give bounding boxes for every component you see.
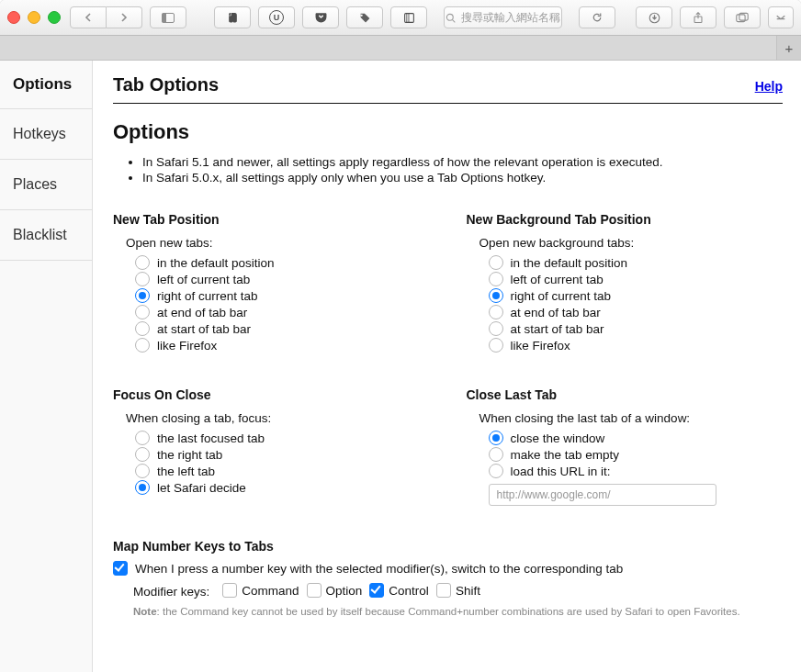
evernote-ext-button[interactable] <box>214 6 251 28</box>
radio-option[interactable]: at end of tab bar <box>135 305 430 319</box>
radio-indicator <box>489 464 503 478</box>
svg-point-3 <box>446 14 453 20</box>
modifier-option[interactable]: Shift <box>436 583 480 598</box>
radio-indicator <box>135 272 150 286</box>
ublock-ext-button[interactable]: U <box>258 6 295 28</box>
radio-label: like Firefox <box>511 339 570 353</box>
radio-option[interactable]: left of current tab <box>489 272 784 286</box>
radio-label: left of current tab <box>157 273 250 286</box>
radio-label: the right tab <box>157 448 222 462</box>
tabs-overview-button[interactable] <box>724 6 761 28</box>
modifier-label: Shift <box>456 584 480 598</box>
radio-label: at start of tab bar <box>511 322 604 336</box>
map-note: Note: the Command key cannot be used by … <box>133 606 783 617</box>
radio-indicator <box>135 288 150 303</box>
radio-option[interactable]: load this URL in it: <box>489 464 784 478</box>
radio-label: left of current tab <box>511 273 604 286</box>
section-map-number-keys: Map Number Keys to Tabs When I press a n… <box>113 539 783 617</box>
sidebar-item-hotkeys[interactable]: Hotkeys <box>0 108 92 159</box>
svg-rect-2 <box>404 13 413 22</box>
radio-option[interactable]: right of current tab <box>135 288 430 303</box>
radio-indicator <box>135 255 150 270</box>
radio-label: the last focused tab <box>157 431 265 445</box>
radio-indicator <box>135 464 150 478</box>
radio-indicator <box>489 447 503 462</box>
radio-indicator <box>489 431 503 445</box>
sidebar: Options Hotkeys Places Blacklist <box>0 61 93 672</box>
radio-option[interactable]: let Safari decide <box>135 480 430 495</box>
options-heading: Options <box>113 120 783 144</box>
radio-indicator <box>489 338 503 353</box>
radio-option[interactable]: at start of tab bar <box>135 321 430 336</box>
radio-option[interactable]: at start of tab bar <box>489 321 784 336</box>
modifier-label: Command <box>242 584 299 598</box>
radio-indicator <box>135 338 150 353</box>
pocket-ext-button[interactable] <box>302 6 339 28</box>
back-button[interactable] <box>70 6 107 28</box>
radio-indicator <box>135 431 150 445</box>
radio-option[interactable]: right of current tab <box>489 288 784 303</box>
radio-option[interactable]: left of current tab <box>135 272 430 286</box>
section-heading: Focus On Close <box>113 387 430 402</box>
traffic-lights <box>7 11 61 24</box>
sidebar-item-blacklist[interactable]: Blacklist <box>0 209 92 261</box>
radio-label: at end of tab bar <box>157 306 247 319</box>
fullscreen-window-button[interactable] <box>48 11 61 24</box>
window-toolbar: U 搜尋或輸入網站名稱 <box>0 0 801 36</box>
minimize-window-button[interactable] <box>28 11 40 24</box>
sidebar-toggle-button[interactable] <box>150 6 186 28</box>
section-new-tab-position: New Tab Position Open new tabs: in the d… <box>113 212 430 354</box>
section-close-last-tab: Close Last Tab When closing the last tab… <box>467 387 784 506</box>
toolbar-overflow-button[interactable] <box>768 6 794 28</box>
radio-indicator <box>489 321 503 336</box>
help-link[interactable]: Help <box>755 79 783 94</box>
radio-indicator <box>489 305 503 319</box>
radio-option[interactable]: the right tab <box>135 447 430 462</box>
radio-label: at end of tab bar <box>511 306 601 319</box>
radio-label: at start of tab bar <box>157 322 251 336</box>
downloads-button[interactable] <box>636 6 672 28</box>
reload-button[interactable] <box>579 6 615 28</box>
sidebar-title: Options <box>0 61 92 108</box>
sidebar-item-places[interactable]: Places <box>0 159 92 209</box>
map-enable-checkbox[interactable] <box>113 561 128 576</box>
radio-option[interactable]: in the default position <box>489 255 784 270</box>
section-heading: Close Last Tab <box>467 387 784 402</box>
radio-option[interactable]: at end of tab bar <box>489 305 784 319</box>
radio-option[interactable]: make the tab empty <box>489 447 784 462</box>
svg-rect-1 <box>163 13 167 22</box>
radio-option[interactable]: the last focused tab <box>135 431 430 445</box>
radio-option[interactable]: the left tab <box>135 464 430 478</box>
radio-indicator <box>135 447 150 462</box>
tag-ext-button[interactable] <box>346 6 383 28</box>
radio-label: right of current tab <box>157 289 258 303</box>
address-bar[interactable]: 搜尋或輸入網站名稱 <box>444 6 562 28</box>
close-window-button[interactable] <box>7 11 20 24</box>
modifier-option[interactable]: Command <box>222 583 299 598</box>
section-heading: New Background Tab Position <box>467 212 784 227</box>
notes-list: In Safari 5.1 and newer, all settings ap… <box>122 155 783 185</box>
radio-indicator <box>489 288 503 303</box>
radio-option[interactable]: close the window <box>489 431 784 445</box>
radio-option[interactable]: like Firefox <box>489 338 784 353</box>
modifier-checkbox <box>369 583 384 598</box>
modifier-label: Option <box>326 584 363 598</box>
radio-option[interactable]: like Firefox <box>135 338 430 353</box>
search-icon <box>446 13 456 23</box>
note-ext-button[interactable] <box>390 6 427 28</box>
share-button[interactable] <box>680 6 716 28</box>
radio-option[interactable]: in the default position <box>135 255 430 270</box>
close-last-url-input[interactable]: http://www.google.com/ <box>489 484 716 506</box>
radio-indicator <box>489 272 503 286</box>
modifier-option[interactable]: Option <box>307 583 363 598</box>
radio-label: close the window <box>511 431 605 445</box>
section-subhead: When closing a tab, focus: <box>126 411 430 425</box>
tab-strip: + <box>0 36 801 61</box>
page-title: Tab Options <box>113 74 219 95</box>
modifier-keys-row: Modifier keys: CommandOptionControlShift <box>133 583 783 600</box>
section-focus-on-close: Focus On Close When closing a tab, focus… <box>113 387 430 506</box>
radio-label: make the tab empty <box>511 448 620 462</box>
modifier-option[interactable]: Control <box>369 583 429 598</box>
new-tab-button[interactable]: + <box>776 36 801 60</box>
forward-button[interactable] <box>107 6 142 28</box>
